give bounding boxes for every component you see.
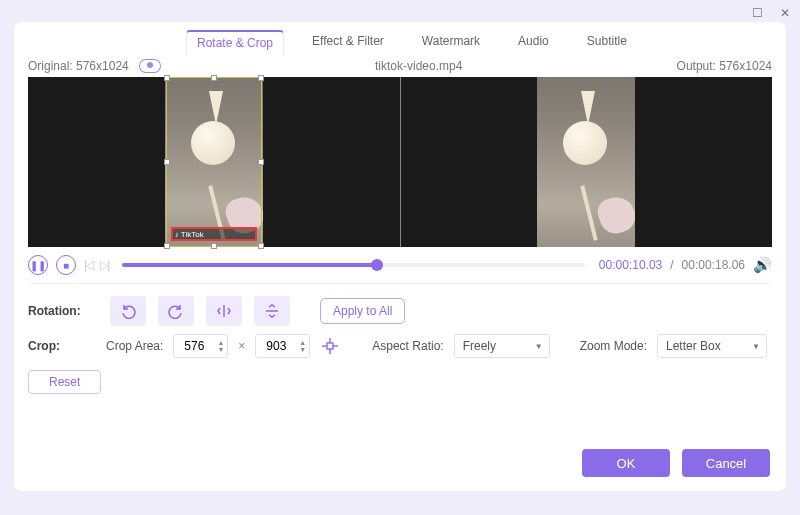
reset-button[interactable]: Reset xyxy=(28,370,101,394)
zoom-mode-select[interactable]: Letter Box xyxy=(657,334,767,358)
crop-label: Crop: xyxy=(28,339,98,353)
crop-width-input[interactable]: ▲▼ xyxy=(173,334,228,358)
flip-vertical-button[interactable] xyxy=(254,296,290,326)
tab-watermark[interactable]: Watermark xyxy=(412,30,490,56)
apply-to-all-button[interactable]: Apply to All xyxy=(320,298,405,324)
ok-button[interactable]: OK xyxy=(582,449,670,477)
crop-area-label: Crop Area: xyxy=(106,339,163,353)
cancel-button[interactable]: Cancel xyxy=(682,449,770,477)
tab-audio[interactable]: Audio xyxy=(508,30,559,56)
time-current: 00:00:10.03 xyxy=(599,258,662,272)
tab-effect-filter[interactable]: Effect & Filter xyxy=(302,30,394,56)
filename-label: tiktok-video.mp4 xyxy=(375,59,462,73)
original-size-label: Original: 576x1024 xyxy=(28,59,129,73)
stop-button[interactable]: ■ xyxy=(56,255,76,275)
preview-area xyxy=(28,77,772,247)
center-crop-icon[interactable] xyxy=(318,334,342,358)
close-icon[interactable]: ✕ xyxy=(778,6,792,20)
next-frame-button[interactable]: ▷| xyxy=(100,258,108,272)
aspect-ratio-label: Aspect Ratio: xyxy=(372,339,443,353)
time-total: 00:00:18.06 xyxy=(682,258,745,272)
dimension-x: × xyxy=(236,339,247,353)
flip-horizontal-button[interactable] xyxy=(206,296,242,326)
aspect-ratio-select[interactable]: Freely xyxy=(454,334,550,358)
volume-icon[interactable]: 🔊 xyxy=(753,256,772,274)
original-preview[interactable] xyxy=(28,77,400,247)
rotation-label: Rotation: xyxy=(28,304,98,318)
crop-height-input[interactable]: ▲▼ xyxy=(255,334,310,358)
tab-rotate-crop[interactable]: Rotate & Crop xyxy=(186,30,284,56)
output-size-label: Output: 576x1024 xyxy=(677,59,772,73)
zoom-mode-label: Zoom Mode: xyxy=(580,339,647,353)
crop-width-field[interactable] xyxy=(174,339,214,353)
time-sep: / xyxy=(670,258,673,272)
crop-box[interactable] xyxy=(166,77,262,247)
pause-button[interactable]: ❚❚ xyxy=(28,255,48,275)
tab-bar: Rotate & Crop Effect & Filter Watermark … xyxy=(14,22,786,57)
maximize-icon[interactable]: ☐ xyxy=(750,6,764,20)
seek-bar[interactable] xyxy=(122,263,585,267)
output-preview xyxy=(400,77,773,247)
preview-eye-icon[interactable] xyxy=(139,59,161,73)
rotate-right-button[interactable] xyxy=(158,296,194,326)
rotate-left-button[interactable] xyxy=(110,296,146,326)
editor-panel: Rotate & Crop Effect & Filter Watermark … xyxy=(14,22,786,491)
tab-subtitle[interactable]: Subtitle xyxy=(577,30,637,56)
seek-knob[interactable] xyxy=(371,259,383,271)
crop-height-field[interactable] xyxy=(256,339,296,353)
svg-rect-4 xyxy=(327,343,333,349)
prev-frame-button[interactable]: |◁ xyxy=(84,258,92,272)
